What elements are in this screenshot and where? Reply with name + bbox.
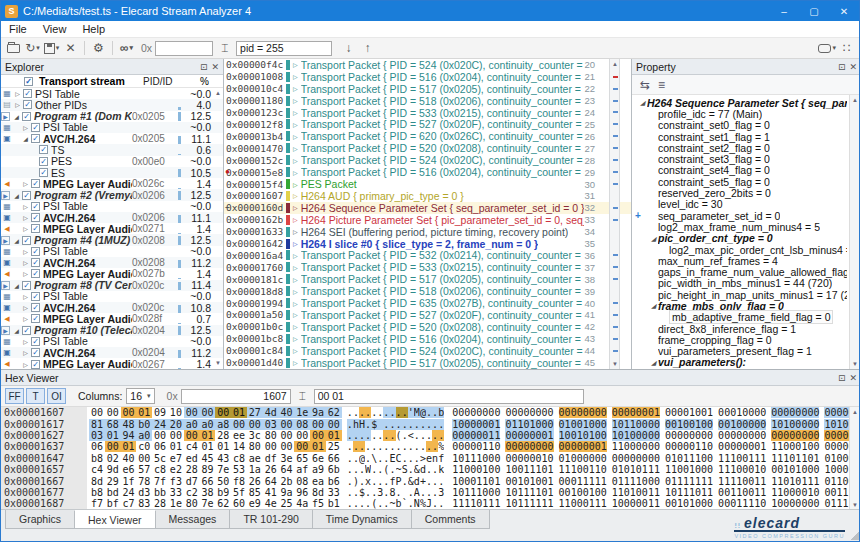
checkbox[interactable]: ✓ <box>31 303 40 312</box>
explorer-row[interactable]: ▣▷✓AVC/H.2640x020411.2 <box>1 347 223 358</box>
hex-byte[interactable]: 80 <box>184 498 200 509</box>
hex-byte[interactable]: c8 <box>231 453 247 464</box>
hex-byte[interactable]: ee <box>231 430 247 441</box>
hex-byte[interactable]: e9 <box>247 498 263 509</box>
packet-row[interactable]: 0x00001994▷Transport Packet { PID = 635 … <box>224 297 631 309</box>
ascii-char[interactable]: . <box>438 419 444 430</box>
packet-row[interactable]: 0x00001607▷H264 AUD { primary_pic_type =… <box>224 190 631 202</box>
expand-arrow[interactable]: ▷ <box>13 90 22 97</box>
binary-octet[interactable]: 10001101 <box>452 476 500 487</box>
hex-byte[interactable]: 66 <box>200 476 216 487</box>
binary-octet[interactable]: 00001001 <box>665 407 713 418</box>
property-row[interactable]: constraint_set1_flag = 1 <box>632 131 860 142</box>
explorer-row[interactable]: ▣▷✓AVC/H.2640x020811.2 <box>1 257 223 268</box>
explorer-row[interactable]: ▶◢✓Program #2 (Vremya,0x020612.5 <box>1 189 223 200</box>
binary-octet[interactable]: 11110011 <box>718 476 766 487</box>
expand-arrow[interactable]: ▷ <box>293 276 298 283</box>
ascii-char[interactable]: . <box>438 476 444 487</box>
hex-byte[interactable]: 00 <box>184 430 200 441</box>
hex-byte[interactable]: 00 <box>200 407 216 418</box>
tab-comments[interactable]: Comments <box>411 510 490 529</box>
pid-filter-input[interactable] <box>236 41 332 56</box>
hex-byte[interactable]: bd <box>105 487 121 498</box>
checkbox[interactable]: ✓ <box>31 247 40 256</box>
hex-byte[interactable]: c2 <box>184 487 200 498</box>
hex-byte[interactable]: 00 <box>310 430 326 441</box>
binary-octet[interactable]: 11100010 <box>718 464 766 475</box>
binary-octet[interactable]: 00100000 <box>718 419 766 430</box>
binary-octet[interactable]: 10010100 <box>559 430 607 441</box>
hex-byte[interactable]: 24 <box>121 487 137 498</box>
expand-arrow[interactable]: ◢ <box>12 192 21 199</box>
checkbox[interactable]: ✓ <box>22 191 31 200</box>
hex-byte[interactable]: 10 <box>168 407 184 418</box>
binary-octet[interactable]: 00000000 <box>505 407 553 418</box>
explorer-row[interactable]: ▦▷✓PSI Table~0.0 <box>1 291 223 302</box>
hex-byte[interactable]: 7e <box>200 498 216 509</box>
binary-octet[interactable]: 01001000 <box>559 419 607 430</box>
hex-byte[interactable]: af <box>294 464 310 475</box>
ascii-char[interactable]: . <box>438 498 444 509</box>
hex-byte[interactable]: 78 <box>136 476 152 487</box>
hex-byte[interactable]: bb <box>152 487 168 498</box>
expand-arrow[interactable]: ▷ <box>293 240 298 247</box>
hex-byte[interactable]: 33 <box>168 487 184 498</box>
close-file-button[interactable]: ✕ <box>62 40 79 57</box>
menu-file[interactable]: File <box>1 21 35 37</box>
expand-arrow[interactable]: ◢ <box>638 99 647 106</box>
close-icon[interactable]: ✕ <box>849 62 857 72</box>
hex-offset-input[interactable] <box>181 389 291 404</box>
hex-byte[interactable]: 1e <box>168 498 184 509</box>
hex-byte[interactable]: 38 <box>200 487 216 498</box>
explorer-row[interactable]: ◀▷✓MPEG Layer Audio0x026c1.4 <box>1 178 223 189</box>
hex-byte[interactable]: 25 <box>326 441 342 452</box>
hex-byte[interactable]: 00 <box>294 430 310 441</box>
hex-byte[interactable]: 3e <box>279 453 295 464</box>
property-row[interactable]: frame_cropping_flag = 0 <box>632 334 860 345</box>
checkbox[interactable]: ✓ <box>31 179 40 188</box>
checkbox[interactable]: ✓ <box>23 100 32 109</box>
binary-octet[interactable]: 00000001 <box>505 430 553 441</box>
binary-octet[interactable]: 01000000 <box>559 453 607 464</box>
explorer-row[interactable]: ▤▷✓Other PIDs4.0 <box>1 99 223 110</box>
reload-button[interactable]: ↻▾ <box>24 40 41 57</box>
explorer-row[interactable]: ▦▷✓PSI Table~0.0 <box>1 336 223 347</box>
property-row[interactable]: +seq_parameter_set_id = 0 <box>632 210 860 221</box>
packet-row[interactable]: 0x000013b4▷Transport Packet { PID = 620 … <box>224 130 631 142</box>
scroll-up-icon[interactable]: ▲ <box>852 97 858 103</box>
hex-byte[interactable]: 01 <box>231 407 247 418</box>
ascii-char[interactable]: k <box>438 464 444 475</box>
binary-octet[interactable]: 00110011 <box>718 487 766 498</box>
packet-scrollbar[interactable]: ▲ ▼ <box>609 59 620 369</box>
binary-octet[interactable]: 10111011 <box>665 487 713 498</box>
binary-octet[interactable]: 11100111 <box>718 453 766 464</box>
hex-byte[interactable]: 24 <box>152 419 168 430</box>
binary-octet[interactable]: 01011100 <box>665 453 713 464</box>
hex-byte[interactable]: 25 <box>279 498 295 509</box>
maximize-button[interactable]: ▢ <box>799 1 829 21</box>
hex-byte[interactable]: 00 <box>279 419 295 430</box>
pin-icon[interactable]: ⊡ <box>200 62 208 72</box>
binary-octet[interactable]: 00011111 <box>559 476 607 487</box>
hex-byte[interactable]: 26 <box>263 464 279 475</box>
binary-octet[interactable]: 11000111 <box>559 498 607 509</box>
binary-octet[interactable]: 00000110 <box>665 441 713 452</box>
pin-icon[interactable]: ⊡ <box>838 62 846 72</box>
packet-row[interactable]: ●0x000015e8▷Transport Packet { PID = 516… <box>224 166 631 178</box>
find-prev-button[interactable]: ↑ <box>359 40 376 57</box>
save-button[interactable]: ▾ <box>43 40 60 57</box>
hex-byte[interactable]: 00 <box>89 407 105 418</box>
property-row[interactable]: vui_parameters_present_flag = 1 <box>632 346 860 357</box>
hex-byte[interactable]: 40 <box>121 453 137 464</box>
packet-row[interactable]: 0x0000123c▷Transport Packet { PID = 533 … <box>224 107 631 119</box>
binary-octet[interactable]: 11010111 <box>771 476 819 487</box>
binary-octet[interactable]: 00101001 <box>505 476 553 487</box>
binary-octet[interactable]: 00000000 <box>665 430 713 441</box>
hex-byte[interactable]: 28 <box>184 464 200 475</box>
comments-button[interactable]: ▾ <box>818 40 836 57</box>
property-row[interactable]: ◢H264 Sequence Parameter Set { seq_paran <box>632 97 860 108</box>
hex-byte[interactable]: a0 <box>184 419 200 430</box>
close-icon[interactable]: ✕ <box>211 62 219 72</box>
property-row[interactable]: pic_width_in_mbs_minus1 = 44 (720) <box>632 278 860 289</box>
checkbox[interactable]: ✓ <box>22 236 31 245</box>
